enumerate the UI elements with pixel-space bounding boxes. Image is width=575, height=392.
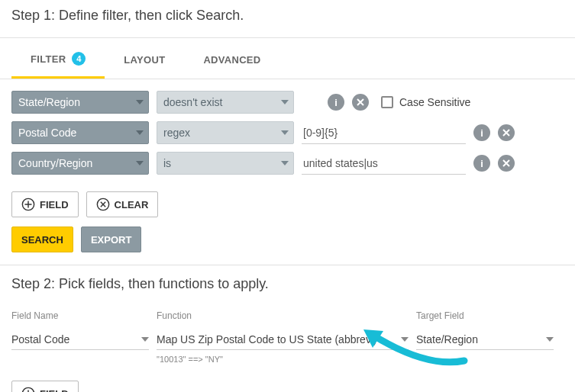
operator-select[interactable]: is	[157, 152, 294, 175]
step2-header: Step 2: Pick fields, then functions to a…	[0, 265, 575, 298]
target-field-header: Target Field	[416, 310, 554, 321]
x-circle-icon	[96, 198, 110, 211]
search-export-row: SEARCH EXPORT	[0, 225, 575, 265]
add-field-label: FIELD	[40, 388, 69, 393]
export-button[interactable]: EXPORT	[81, 227, 141, 252]
field-name-value: Postal Code	[11, 333, 69, 345]
search-button[interactable]: SEARCH	[11, 227, 73, 252]
target-field-select[interactable]: State/Region	[416, 329, 554, 350]
caret-down-icon	[281, 130, 289, 135]
case-sensitive-label: Case Sensitive	[399, 96, 470, 108]
tab-advanced[interactable]: ADVANCED	[184, 38, 279, 79]
operator-select-value: doesn't exist	[163, 96, 222, 108]
field-select-value: Postal Code	[18, 127, 76, 139]
operator-select[interactable]: regex	[157, 121, 294, 144]
value-input[interactable]	[302, 121, 466, 144]
caret-down-icon	[281, 161, 289, 165]
field-select[interactable]: Country/Region	[11, 152, 149, 175]
checkbox-icon	[381, 96, 393, 108]
target-field-value: State/Region	[416, 333, 478, 345]
add-field-button-step2[interactable]: FIELD	[11, 381, 79, 392]
add-field-label: FIELD	[40, 199, 69, 210]
caret-down-icon	[141, 337, 149, 342]
function-hint: "10013" ==> "NY"	[157, 355, 409, 364]
add-field-button[interactable]: FIELD	[11, 191, 79, 217]
caret-down-icon	[136, 130, 144, 135]
tab-advanced-label: ADVANCED	[203, 54, 260, 66]
filter-action-row: FIELD CLEAR	[0, 190, 575, 225]
plus-circle-icon	[21, 198, 35, 211]
info-icon[interactable]: i	[328, 94, 344, 111]
caret-down-icon	[136, 161, 144, 165]
tab-layout[interactable]: LAYOUT	[105, 38, 184, 79]
value-input[interactable]	[302, 152, 466, 175]
export-label: EXPORT	[91, 234, 131, 246]
operator-select-value: is	[163, 157, 171, 169]
step2-title: Step 2: Pick fields, then functions to a…	[11, 276, 564, 292]
field-select[interactable]: Postal Code	[11, 121, 149, 144]
caret-down-icon	[546, 337, 554, 342]
field-name-select[interactable]: Postal Code	[11, 329, 149, 350]
remove-row-icon[interactable]	[498, 124, 515, 141]
tab-layout-label: LAYOUT	[124, 54, 165, 66]
clear-label: CLEAR	[115, 199, 149, 210]
info-icon[interactable]: i	[473, 124, 490, 141]
filter-row: Country/Region is i	[11, 152, 564, 175]
operator-select[interactable]: doesn't exist	[157, 91, 294, 114]
tab-filter[interactable]: FILTER 4	[11, 38, 105, 79]
info-icon[interactable]: i	[473, 155, 490, 172]
filter-row: Postal Code regex i	[11, 121, 564, 144]
function-header: Function	[157, 310, 409, 321]
caret-down-icon	[136, 100, 144, 104]
function-value: Map US Zip Postal Code to US State (abbr…	[157, 333, 376, 345]
case-sensitive-checkbox[interactable]: Case Sensitive	[381, 96, 470, 108]
filters-area: State/Region doesn't exist i Case Sensit…	[0, 79, 575, 190]
filter-count-badge: 4	[72, 52, 86, 66]
function-select[interactable]: Map US Zip Postal Code to US State (abbr…	[157, 329, 409, 350]
operator-select-value: regex	[163, 127, 190, 139]
remove-row-icon[interactable]	[498, 155, 515, 172]
tabs: FILTER 4 LAYOUT ADVANCED	[0, 38, 575, 79]
remove-row-icon[interactable]	[352, 94, 369, 111]
tab-filter-label: FILTER	[31, 53, 66, 65]
caret-down-icon	[281, 100, 289, 104]
step2-action-row: FIELD	[0, 367, 575, 392]
field-name-header: Field Name	[11, 310, 149, 321]
field-select-value: State/Region	[18, 96, 80, 108]
step2-row: Field Name Postal Code Function Map US Z…	[0, 298, 575, 367]
search-label: SEARCH	[21, 234, 63, 246]
field-select-value: Country/Region	[18, 157, 92, 169]
step1-title: Step 1: Define filter, then click Search…	[0, 0, 575, 38]
filter-row: State/Region doesn't exist i Case Sensit…	[11, 91, 564, 114]
field-select[interactable]: State/Region	[11, 91, 149, 114]
plus-circle-icon	[21, 387, 35, 392]
caret-down-icon	[401, 337, 409, 342]
clear-button[interactable]: CLEAR	[86, 191, 159, 217]
